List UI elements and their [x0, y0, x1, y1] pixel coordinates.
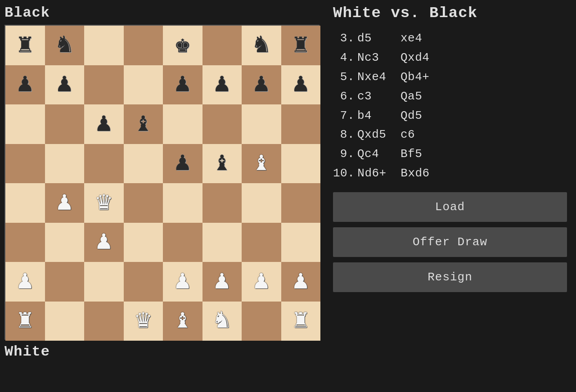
board-cell-4-0[interactable]: [5, 183, 45, 223]
offer-draw-button[interactable]: Offer Draw: [333, 227, 567, 257]
board-cell-2-1[interactable]: [45, 104, 85, 144]
board-cell-5-1[interactable]: [45, 223, 85, 262]
piece-bP-2-2: ♟: [96, 111, 112, 137]
board-cell-5-4[interactable]: [163, 223, 202, 262]
board-cell-1-4[interactable]: ♟: [163, 65, 202, 105]
move-row: 5.Nxe4Qb4+: [333, 68, 567, 87]
move-white: Nd6+: [357, 164, 398, 183]
move-white: c3: [357, 87, 398, 106]
load-button[interactable]: Load: [333, 192, 567, 222]
board-cell-0-6[interactable]: ♞: [242, 26, 281, 65]
board-cell-1-7[interactable]: ♟: [281, 65, 321, 105]
board-cell-1-6[interactable]: ♟: [242, 65, 281, 105]
move-white: Nxe4: [357, 68, 398, 87]
board-cell-7-5[interactable]: ♞: [202, 302, 242, 341]
board-cell-2-2[interactable]: ♟: [84, 104, 124, 144]
move-row: 3.d5xe4: [333, 29, 567, 48]
board-cell-6-5[interactable]: ♟: [202, 262, 242, 302]
board-cell-3-1[interactable]: [45, 144, 85, 184]
board-cell-7-4[interactable]: ♝: [163, 302, 202, 341]
board-cell-7-2[interactable]: [84, 302, 124, 341]
piece-wP-6-5: ♟: [214, 269, 230, 295]
board-cell-1-0[interactable]: ♟: [5, 65, 45, 105]
move-white: Qxd5: [357, 125, 398, 144]
move-row: 10.Nd6+Bxd6: [333, 164, 567, 183]
board-cell-1-5[interactable]: ♟: [202, 65, 242, 105]
game-title: White vs. Black: [333, 5, 567, 22]
board-cell-2-7[interactable]: [281, 104, 321, 144]
board-cell-2-0[interactable]: [5, 104, 45, 144]
board-cell-5-2[interactable]: ♟: [84, 223, 124, 262]
board-cell-2-6[interactable]: [242, 104, 281, 144]
move-number: 3.: [333, 29, 355, 48]
board-cell-3-5[interactable]: ♝: [202, 144, 242, 184]
board-cell-6-1[interactable]: [45, 262, 85, 302]
piece-wP-6-6: ♟: [253, 269, 269, 295]
board-cell-0-0[interactable]: ♜: [5, 26, 45, 65]
board-cell-0-2[interactable]: [84, 26, 124, 65]
board-cell-1-1[interactable]: ♟: [45, 65, 85, 105]
board-cell-5-0[interactable]: [5, 223, 45, 262]
chess-board: ♜♞♚♞♜♟♟♟♟♟♟♟♝♟♝♝♟♛♟♟♟♟♟♟♜♛♝♞♜: [4, 25, 320, 340]
piece-wP-6-0: ♟: [17, 269, 33, 295]
piece-bP-1-5: ♟: [214, 72, 230, 98]
board-cell-3-7[interactable]: [281, 144, 321, 184]
board-cell-0-4[interactable]: ♚: [163, 26, 202, 65]
board-cell-3-0[interactable]: [5, 144, 45, 184]
white-player-label: White: [4, 343, 320, 360]
board-cell-6-2[interactable]: [84, 262, 124, 302]
board-cell-1-3[interactable]: [124, 65, 163, 105]
board-cell-4-3[interactable]: [124, 183, 163, 223]
board-cell-7-3[interactable]: ♛: [124, 302, 163, 341]
board-cell-0-1[interactable]: ♞: [45, 26, 85, 65]
board-cell-4-1[interactable]: ♟: [45, 183, 85, 223]
board-cell-6-0[interactable]: ♟: [5, 262, 45, 302]
piece-wP-5-2: ♟: [96, 229, 112, 255]
move-white: Nc3: [357, 48, 398, 68]
board-cell-5-5[interactable]: [202, 223, 242, 262]
piece-wR-7-7: ♜: [293, 308, 309, 334]
board-cell-5-3[interactable]: [124, 223, 163, 262]
move-white: d5: [357, 29, 398, 48]
board-cell-4-5[interactable]: [202, 183, 242, 223]
board-cell-0-3[interactable]: [124, 26, 163, 65]
board-cell-2-3[interactable]: ♝: [124, 104, 163, 144]
board-cell-6-3[interactable]: [124, 262, 163, 302]
move-number: 6.: [333, 87, 355, 106]
piece-bP-1-4: ♟: [175, 72, 190, 98]
piece-bN-0-6: ♞: [253, 32, 269, 59]
board-cell-7-7[interactable]: ♜: [281, 302, 321, 341]
board-cell-4-2[interactable]: ♛: [84, 183, 124, 223]
piece-bP-1-7: ♟: [293, 72, 309, 98]
piece-wR-7-0: ♜: [17, 308, 33, 334]
board-cell-2-5[interactable]: [202, 104, 242, 144]
board-cell-3-6[interactable]: ♝: [242, 144, 281, 184]
board-cell-0-7[interactable]: ♜: [281, 26, 321, 65]
board-cell-3-3[interactable]: [124, 144, 163, 184]
board-cell-7-0[interactable]: ♜: [5, 302, 45, 341]
board-cell-5-6[interactable]: [242, 223, 281, 262]
board-cell-3-2[interactable]: [84, 144, 124, 184]
board-cell-0-5[interactable]: [202, 26, 242, 65]
board-cell-6-7[interactable]: ♟: [281, 262, 321, 302]
board-cell-6-4[interactable]: ♟: [163, 262, 202, 302]
board-cell-4-4[interactable]: [163, 183, 202, 223]
resign-button[interactable]: Resign: [333, 262, 567, 292]
board-cell-7-1[interactable]: [45, 302, 85, 341]
move-white: Qc4: [357, 144, 398, 164]
board-cell-4-7[interactable]: [281, 183, 321, 223]
board-cell-1-2[interactable]: [84, 65, 124, 105]
board-cell-3-4[interactable]: ♟: [163, 144, 202, 184]
board-cell-6-6[interactable]: ♟: [242, 262, 281, 302]
move-number: 4.: [333, 48, 355, 68]
piece-bP-3-4: ♟: [175, 150, 190, 176]
board-cell-5-7[interactable]: [281, 223, 321, 262]
board-cell-7-6[interactable]: [242, 302, 281, 341]
move-black: xe4: [400, 29, 422, 48]
board-cell-4-6[interactable]: [242, 183, 281, 223]
piece-wP-6-7: ♟: [293, 269, 309, 295]
board-cell-2-4[interactable]: [163, 104, 202, 144]
move-black: Bf5: [400, 144, 422, 164]
piece-bN-0-1: ♞: [57, 32, 72, 59]
piece-bB-3-5: ♝: [214, 150, 230, 176]
